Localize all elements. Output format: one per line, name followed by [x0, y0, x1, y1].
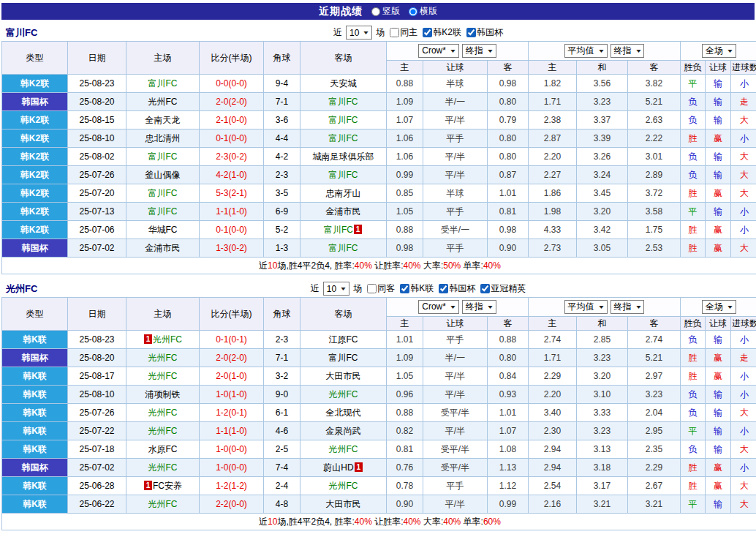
- filter-checkbox[interactable]: 韩国杯: [466, 26, 503, 39]
- team-link[interactable]: 光州FC: [148, 408, 178, 418]
- euro-company-select[interactable]: 平均值▼: [564, 300, 608, 314]
- team-link[interactable]: 富川FC: [329, 133, 358, 143]
- match-count-select[interactable]: 10▼: [346, 26, 372, 40]
- filter-checkbox[interactable]: 韩K2联: [423, 26, 461, 39]
- team-link[interactable]: 江原FC: [329, 334, 358, 345]
- team-link[interactable]: 富川FC: [148, 188, 178, 198]
- team-link[interactable]: 富川FC: [329, 115, 358, 125]
- team-link[interactable]: 富川FC: [148, 78, 178, 89]
- team-link[interactable]: 富川FC: [329, 243, 358, 253]
- league-cell[interactable]: 韩K2联: [2, 111, 68, 129]
- league-cell[interactable]: 韩K联: [2, 440, 68, 459]
- euro-time-select[interactable]: 终指▼: [611, 44, 645, 58]
- team-link[interactable]: 富川FC: [148, 151, 178, 162]
- team-link[interactable]: 金泉尚武: [326, 426, 361, 436]
- filter-checkbox[interactable]: 韩K联: [400, 282, 434, 295]
- asia-time-select[interactable]: 终指▼: [462, 300, 496, 314]
- team-link[interactable]: 水原FC: [148, 444, 178, 454]
- league-cell[interactable]: 韩K2联: [2, 148, 68, 166]
- team-link[interactable]: 全南天龙: [145, 115, 181, 125]
- team-link[interactable]: 蔚山HD: [323, 462, 353, 473]
- league-cell[interactable]: 韩国杯: [2, 349, 68, 367]
- euro-company-select[interactable]: 平均值▼: [564, 44, 608, 58]
- score-cell[interactable]: 1-1(1-0): [200, 422, 264, 440]
- filter-checkbox-input[interactable]: [466, 28, 476, 37]
- score-cell[interactable]: 4-2(1-0): [200, 166, 264, 184]
- league-cell[interactable]: 韩K2联: [2, 221, 68, 239]
- team-link[interactable]: 金浦市民: [145, 243, 181, 253]
- score-cell[interactable]: 1-0(1-0): [200, 386, 264, 404]
- asia-time-select[interactable]: 终指▼: [462, 44, 496, 58]
- filter-checkbox-input[interactable]: [423, 28, 432, 37]
- league-cell[interactable]: 韩K联: [2, 331, 68, 349]
- team-link[interactable]: 釜山偶像: [145, 170, 181, 180]
- filter-checkbox[interactable]: 韩国杯: [439, 282, 475, 295]
- team-link[interactable]: 光州FC: [148, 371, 178, 381]
- team-link[interactable]: 金浦市民: [326, 206, 361, 217]
- league-cell[interactable]: 韩K联: [2, 477, 68, 495]
- league-cell[interactable]: 韩国杯: [2, 239, 68, 258]
- score-cell[interactable]: 2-3(0-2): [200, 148, 264, 166]
- layout-radio-vertical[interactable]: 竖版: [371, 5, 400, 18]
- filter-checkbox-input[interactable]: [390, 28, 399, 37]
- team-link[interactable]: 全北现代: [326, 408, 361, 418]
- score-cell[interactable]: 0-1(0-1): [200, 331, 264, 349]
- filter-checkbox-input[interactable]: [367, 284, 377, 293]
- team-link[interactable]: 光州FC: [148, 97, 178, 107]
- team-link[interactable]: 富川FC: [324, 225, 353, 235]
- score-cell[interactable]: 0-1(0-0): [200, 129, 264, 148]
- score-cell[interactable]: 0-0(0-0): [200, 75, 264, 93]
- team-link[interactable]: 忠南牙山: [326, 188, 361, 198]
- team-link[interactable]: 富川FC: [329, 97, 358, 107]
- team-link[interactable]: 富川FC: [329, 170, 358, 180]
- filter-checkbox-input[interactable]: [400, 284, 409, 293]
- score-cell[interactable]: 2-2(0-0): [200, 495, 264, 514]
- match-count-select[interactable]: 10▼: [323, 282, 349, 296]
- league-cell[interactable]: 韩K联: [2, 386, 68, 404]
- team-link[interactable]: 光州FC: [329, 481, 358, 491]
- score-cell[interactable]: 2-0(1-0): [200, 367, 264, 386]
- league-cell[interactable]: 韩K联: [2, 422, 68, 440]
- team-link[interactable]: 大田市民: [326, 371, 361, 381]
- score-cell[interactable]: 2-0(2-0): [200, 93, 264, 111]
- score-cell[interactable]: 0-1(0-0): [200, 221, 264, 239]
- team-link[interactable]: 光州FC: [148, 426, 178, 436]
- filter-checkbox-input[interactable]: [480, 284, 490, 293]
- score-cell[interactable]: 1-0(0-0): [200, 440, 264, 459]
- filter-checkbox[interactable]: 同主: [390, 26, 417, 39]
- team-link[interactable]: 光州FC: [153, 334, 182, 345]
- team-link[interactable]: 忠北清州: [145, 133, 181, 143]
- team-link[interactable]: 浦项制铁: [145, 389, 181, 399]
- team-link[interactable]: 光州FC: [329, 389, 358, 399]
- league-cell[interactable]: 韩国杯: [2, 93, 68, 111]
- team-link[interactable]: 大田市民: [326, 499, 361, 509]
- filter-checkbox[interactable]: 亚冠精英: [480, 282, 526, 295]
- league-cell[interactable]: 韩K2联: [2, 184, 68, 203]
- team-link[interactable]: 城南足球俱乐部: [313, 151, 374, 162]
- league-cell[interactable]: 韩K联: [2, 404, 68, 422]
- bookmaker-select[interactable]: Crow*▼: [418, 44, 459, 58]
- team-link[interactable]: 天安城: [330, 78, 357, 89]
- bookmaker-select[interactable]: Crow*▼: [418, 300, 459, 314]
- league-cell[interactable]: 韩国杯: [2, 459, 68, 477]
- filter-checkbox-input[interactable]: [439, 284, 448, 293]
- league-cell[interactable]: 韩K2联: [2, 203, 68, 221]
- league-cell[interactable]: 韩K2联: [2, 75, 68, 93]
- team-link[interactable]: 光州FC: [329, 444, 358, 454]
- team-link[interactable]: 富川FC: [148, 206, 178, 217]
- score-cell[interactable]: 2-1(0-0): [200, 111, 264, 129]
- team-link[interactable]: FC安养: [153, 481, 182, 491]
- score-cell[interactable]: 1-0(0-0): [200, 459, 264, 477]
- score-cell[interactable]: 1-2(1-2): [200, 477, 264, 495]
- league-cell[interactable]: 韩K联: [2, 367, 68, 386]
- scope-select[interactable]: 全场▼: [702, 44, 736, 58]
- radio-horizontal-input[interactable]: [409, 7, 417, 16]
- score-cell[interactable]: 1-2(0-1): [200, 404, 264, 422]
- score-cell[interactable]: 1-1(1-0): [200, 203, 264, 221]
- team-link[interactable]: 光州FC: [148, 353, 178, 363]
- radio-vertical-input[interactable]: [371, 7, 380, 16]
- score-cell[interactable]: 5-3(2-1): [200, 184, 264, 203]
- team-link[interactable]: 富川FC: [329, 353, 358, 363]
- filter-checkbox[interactable]: 同客: [367, 282, 395, 295]
- scope-select[interactable]: 全场▼: [702, 300, 736, 314]
